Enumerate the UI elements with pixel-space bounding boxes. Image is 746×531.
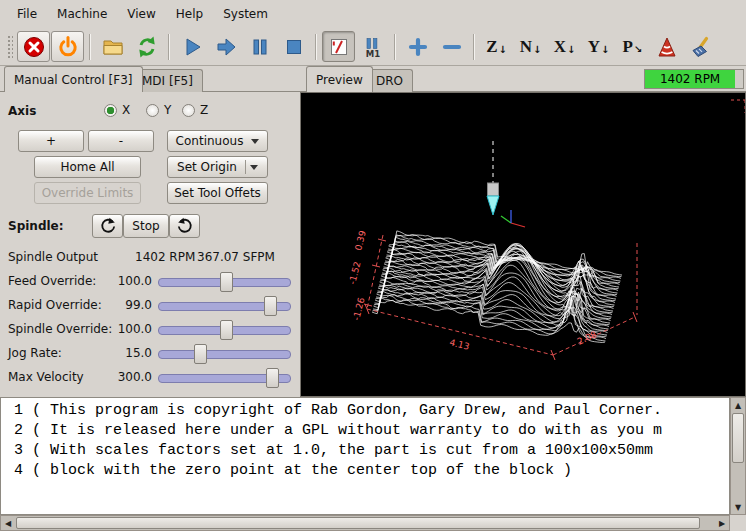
scrollbar-corner <box>730 515 746 531</box>
menu-view[interactable]: View <box>118 2 164 26</box>
arrow-right-icon: ▶ <box>719 519 725 528</box>
clear-plot-button[interactable] <box>684 31 717 62</box>
scroll-down-button[interactable]: ▼ <box>731 500 745 514</box>
gcode-text: ( With scales factors set at 1.0, the pa… <box>32 442 653 459</box>
spindle-reverse-button[interactable] <box>92 214 123 238</box>
control-notebook: Manual Control [F3] MDI [F5] Axis X Y Z <box>0 66 300 397</box>
view-rotated-top-button[interactable]: N ↓ <box>514 31 547 62</box>
open-folder-icon <box>101 35 125 59</box>
plus-icon <box>406 35 430 59</box>
view-perspective-button[interactable]: P ↘ <box>616 31 649 62</box>
spindle-forward-button[interactable] <box>169 214 200 238</box>
gcode-line[interactable]: 1( This program is copyright of Rab Gord… <box>5 401 729 421</box>
machine-power-button[interactable] <box>51 31 84 62</box>
vertical-scrollbar[interactable]: ▲ ▼ <box>730 397 746 515</box>
tab-preview[interactable]: Preview <box>306 66 373 92</box>
linuxcnc-window: File Machine View Help System <box>0 0 746 531</box>
play-icon <box>180 35 204 59</box>
rapid-override-slider[interactable] <box>158 294 291 318</box>
line-number: 3 <box>5 441 23 461</box>
run-program-button[interactable] <box>175 31 208 62</box>
menu-machine[interactable]: Machine <box>48 2 116 26</box>
preview-tabs: Preview DRO 1402 RPM <box>300 66 746 92</box>
gcode-line[interactable]: 3( With scales factors set at 1.0, the p… <box>5 441 729 461</box>
pause-button[interactable] <box>243 31 276 62</box>
home-all-button[interactable]: Home All <box>34 156 141 178</box>
chevron-down-icon <box>250 165 258 174</box>
open-file-button[interactable] <box>96 31 129 62</box>
axis-radio-z[interactable]: Z <box>182 103 208 117</box>
horizontal-scrollbar[interactable]: ◀ ▶ <box>0 515 730 531</box>
jog-plus-button[interactable]: + <box>18 130 84 152</box>
override-limits-button[interactable]: Override Limits <box>34 182 141 204</box>
slider-handle[interactable] <box>266 368 279 388</box>
axis-radio-y[interactable]: Y <box>146 103 171 117</box>
spindle-rpm-value: 1402 RPM <box>135 250 195 264</box>
brush-icon <box>689 35 713 59</box>
scroll-right-button[interactable]: ▶ <box>715 516 729 530</box>
toolbar-separator <box>394 34 396 60</box>
gcode-text-view[interactable]: 1( This program is copyright of Rab Gord… <box>0 397 730 515</box>
power-icon <box>56 35 80 59</box>
svg-text:0.39: 0.39 <box>353 229 368 251</box>
gremlin-preview-canvas[interactable]: 0.39 -1.52 -1.26 4.13 2.08 <box>300 92 746 397</box>
gcode-text: ( It is released here under a GPL withou… <box>32 422 662 439</box>
optional-pause-toggle[interactable]: M1 <box>356 31 389 62</box>
zoom-in-button[interactable] <box>401 31 434 62</box>
max-velocity-value: 300.0 <box>96 370 152 384</box>
jog-mode-dropdown[interactable]: Continuous <box>167 130 268 152</box>
slider-handle[interactable] <box>264 296 277 316</box>
feed-override-slider[interactable] <box>158 270 291 294</box>
view-front-button[interactable]: Y ↓ <box>582 31 615 62</box>
tab-dro[interactable]: DRO <box>366 69 413 92</box>
estop-button[interactable] <box>17 31 50 62</box>
gcode-line[interactable]: 2( It is released here under a GPL witho… <box>5 421 729 441</box>
spindle-stop-button[interactable]: Stop <box>123 214 169 238</box>
max-velocity-slider[interactable] <box>158 366 291 390</box>
line-number: 1 <box>5 401 23 421</box>
reload-file-button[interactable] <box>130 31 163 62</box>
slider-handle[interactable] <box>194 344 207 364</box>
axis-radio-x[interactable]: X <box>104 103 130 117</box>
scroll-left-button[interactable]: ◀ <box>1 516 15 530</box>
menu-file[interactable]: File <box>8 2 46 26</box>
spindle-override-slider[interactable] <box>158 318 291 342</box>
origin-axes-icon <box>501 210 525 227</box>
line-number: 2 <box>5 421 23 441</box>
letter-n-icon: N <box>520 38 532 55</box>
arrow-right-icon <box>214 35 238 59</box>
rotate-view-button[interactable] <box>650 31 683 62</box>
toolpath-preview: 0.39 -1.52 -1.26 4.13 2.08 <box>301 93 745 396</box>
spindle-rpm-bar: 1402 RPM <box>644 69 744 89</box>
set-tool-offsets-button[interactable]: Set Tool Offets <box>167 182 268 204</box>
slider-handle[interactable] <box>220 272 233 292</box>
tab-manual-control[interactable]: Manual Control [F3] <box>4 66 143 92</box>
svg-text:M1: M1 <box>365 48 379 58</box>
view-top-button[interactable]: Z ↓ <box>480 31 513 62</box>
spindle-ccw-icon <box>99 217 117 235</box>
preview-notebook: Preview DRO 1402 RPM <box>300 66 746 397</box>
spindle-override-row: Spindle Override: 100.0 <box>0 318 300 342</box>
skip-lines-toggle[interactable] <box>322 31 355 62</box>
step-button[interactable] <box>209 31 242 62</box>
toolbar-separator <box>168 34 170 60</box>
block-delete-icon <box>327 35 351 59</box>
jog-minus-button[interactable]: - <box>88 130 154 152</box>
jog-rate-slider[interactable] <box>158 342 291 366</box>
letter-x-icon: X <box>554 38 566 55</box>
stop-button[interactable] <box>277 31 310 62</box>
letter-y-icon: Y <box>588 38 600 55</box>
gcode-line[interactable]: 4( block with the zero point at the cent… <box>5 461 729 481</box>
menu-help[interactable]: Help <box>167 2 212 26</box>
line-number: 4 <box>5 461 23 481</box>
vertical-scroll-thumb[interactable] <box>732 413 744 463</box>
set-origin-button[interactable]: Set Origin <box>167 156 268 178</box>
horizontal-scroll-thumb[interactable] <box>16 517 700 529</box>
menu-system[interactable]: System <box>214 2 277 26</box>
zoom-out-button[interactable] <box>435 31 468 62</box>
tab-mdi[interactable]: MDI [F5] <box>132 69 203 92</box>
scroll-up-button[interactable]: ▲ <box>731 398 745 412</box>
view-side-button[interactable]: X ↓ <box>548 31 581 62</box>
slider-handle[interactable] <box>220 320 233 340</box>
toolbar-drag-handle[interactable] <box>6 34 13 60</box>
